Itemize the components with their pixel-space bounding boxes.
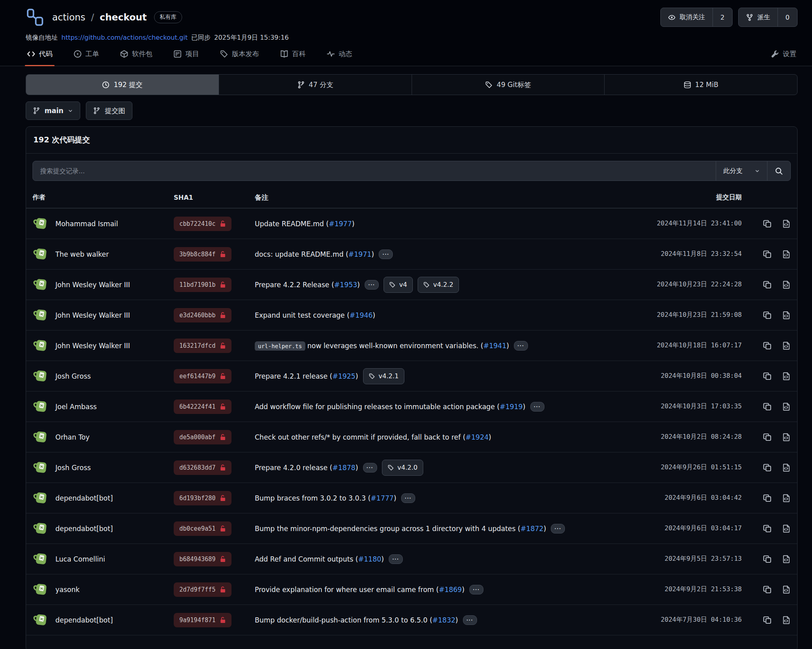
teacup-avatar-icon[interactable] <box>32 216 49 232</box>
commit-author-name[interactable]: dependabot[bot] <box>55 525 113 533</box>
issue-link[interactable]: #1878 <box>332 464 355 472</box>
commit-sha-badge[interactable]: 9a9194f871 <box>174 613 231 627</box>
view-file-at-commit-button[interactable] <box>782 494 791 503</box>
commit-author-name[interactable]: Joel Ambass <box>55 403 97 411</box>
issue-link[interactable]: #1971 <box>348 250 371 258</box>
teacup-avatar-icon[interactable] <box>32 612 49 628</box>
commit-sha-badge[interactable]: db0cee9a51 <box>174 521 231 536</box>
commit-author-name[interactable]: John Wesley Walker III <box>55 311 130 319</box>
teacup-avatar-icon[interactable] <box>32 582 49 598</box>
tab-wiki[interactable]: 百科 <box>279 49 307 66</box>
stat-git-tags[interactable]: 49 Git标签 <box>412 75 605 95</box>
copy-sha-button[interactable] <box>763 311 772 320</box>
branch-selector[interactable]: main <box>26 101 80 120</box>
teacup-avatar-icon[interactable] <box>32 460 49 476</box>
copy-sha-button[interactable] <box>763 280 772 289</box>
commit-sha-badge[interactable]: cbb722410c <box>174 217 231 231</box>
copy-sha-button[interactable] <box>763 463 772 472</box>
view-file-at-commit-button[interactable] <box>782 463 791 472</box>
tag-badge[interactable]: v4.2.1 <box>363 368 404 384</box>
copy-sha-button[interactable] <box>763 524 772 533</box>
teacup-avatar-icon[interactable] <box>32 521 49 537</box>
view-file-at-commit-button[interactable] <box>782 341 791 350</box>
tab-activity[interactable]: 动态 <box>325 49 353 66</box>
teacup-avatar-icon[interactable] <box>32 490 49 506</box>
repo-name-link[interactable]: checkout <box>100 12 147 22</box>
view-file-at-commit-button[interactable] <box>782 402 791 411</box>
expand-commit-message-button[interactable]: ··· <box>551 524 565 533</box>
teacup-avatar-icon[interactable] <box>32 307 49 323</box>
view-file-at-commit-button[interactable] <box>782 524 791 533</box>
view-file-at-commit-button[interactable] <box>782 372 791 381</box>
expand-commit-message-button[interactable]: ··· <box>389 554 403 564</box>
expand-commit-message-button[interactable]: ··· <box>379 249 393 259</box>
copy-sha-button[interactable] <box>763 372 772 381</box>
teacup-avatar-icon[interactable] <box>32 368 49 384</box>
copy-sha-button[interactable] <box>763 555 772 564</box>
commit-sha-badge[interactable]: eef61447b9 <box>174 369 231 383</box>
teacup-avatar-icon[interactable] <box>32 338 49 354</box>
commit-sha-badge[interactable]: 6b42224f41 <box>174 400 231 414</box>
tab-packages[interactable]: 软件包 <box>119 49 154 66</box>
teacup-avatar-icon[interactable] <box>32 246 49 262</box>
expand-commit-message-button[interactable]: ··· <box>530 402 544 412</box>
copy-sha-button[interactable] <box>763 341 772 350</box>
commit-author-name[interactable]: dependabot[bot] <box>55 616 113 624</box>
mirror-url-link[interactable]: https://github.com/actions/checkout.git <box>61 34 188 42</box>
copy-sha-button[interactable] <box>763 402 772 411</box>
issue-link[interactable]: #1977 <box>329 220 352 228</box>
issue-link[interactable]: #1777 <box>371 494 394 502</box>
commit-author-name[interactable]: Josh Gross <box>55 464 91 472</box>
issue-link[interactable]: #1180 <box>358 555 382 563</box>
issue-link[interactable]: #1872 <box>520 525 544 533</box>
expand-commit-message-button[interactable]: ··· <box>365 280 379 290</box>
view-file-at-commit-button[interactable] <box>782 219 791 228</box>
view-file-at-commit-button[interactable] <box>782 616 791 625</box>
view-file-at-commit-button[interactable] <box>782 311 791 320</box>
view-file-at-commit-button[interactable] <box>782 280 791 289</box>
view-file-at-commit-button[interactable] <box>782 585 791 594</box>
branch-filter-dropdown[interactable]: 此分支 <box>716 161 767 181</box>
commit-author-name[interactable]: Josh Gross <box>55 372 91 380</box>
expand-commit-message-button[interactable]: ··· <box>463 615 477 625</box>
issue-link[interactable]: #1953 <box>334 281 357 289</box>
stat-branches[interactable]: 47 分支 <box>219 75 412 95</box>
issue-link[interactable]: #1941 <box>483 342 507 350</box>
search-button[interactable] <box>767 161 790 181</box>
expand-commit-message-button[interactable]: ··· <box>401 493 415 503</box>
commit-search-input[interactable] <box>33 161 716 181</box>
commit-sha-badge[interactable]: 6d193bf280 <box>174 491 231 505</box>
copy-sha-button[interactable] <box>763 494 772 503</box>
tag-badge[interactable]: v4.2.0 <box>382 460 423 476</box>
repo-owner-link[interactable]: actions <box>52 12 85 22</box>
expand-commit-message-button[interactable]: ··· <box>469 585 483 594</box>
commit-sha-badge[interactable]: e3d2460bbb <box>174 308 231 322</box>
copy-sha-button[interactable] <box>763 250 772 259</box>
tab-issues[interactable]: 工单 <box>72 49 100 66</box>
commit-sha-badge[interactable]: d632683dd7 <box>174 460 231 475</box>
commit-author-name[interactable]: dependabot[bot] <box>55 494 113 502</box>
commit-author-name[interactable]: The web walker <box>55 250 109 258</box>
tab-releases[interactable]: 版本发布 <box>219 49 260 66</box>
issue-link[interactable]: #1924 <box>465 433 489 441</box>
unwatch-button[interactable]: 取消关注 2 <box>660 8 733 27</box>
commit-sha-badge[interactable]: 3b9b8c884f <box>174 247 231 262</box>
tab-code[interactable]: 代码 <box>26 49 54 66</box>
commit-sha-badge[interactable]: de5a000abf <box>174 430 231 444</box>
fork-button[interactable]: 派生 0 <box>738 8 798 27</box>
copy-sha-button[interactable] <box>763 585 772 594</box>
watchers-count[interactable]: 2 <box>713 8 732 26</box>
issue-link[interactable]: #1832 <box>432 616 456 624</box>
commit-graph-button[interactable]: 提交图 <box>86 101 132 120</box>
issue-link[interactable]: #1946 <box>349 311 373 319</box>
view-file-at-commit-button[interactable] <box>782 555 791 564</box>
issue-link[interactable]: #1919 <box>499 403 523 411</box>
issue-link[interactable]: #1869 <box>439 586 462 594</box>
issue-link[interactable]: #1925 <box>332 372 355 380</box>
commit-author-name[interactable]: John Wesley Walker III <box>55 342 130 350</box>
commit-author-name[interactable]: John Wesley Walker III <box>55 281 130 289</box>
teacup-avatar-icon[interactable] <box>32 551 49 567</box>
commit-sha-badge[interactable]: 11bd71901b <box>174 278 231 292</box>
commit-author-name[interactable]: yasonk <box>55 586 79 594</box>
tag-badge[interactable]: v4.2.2 <box>418 277 459 293</box>
